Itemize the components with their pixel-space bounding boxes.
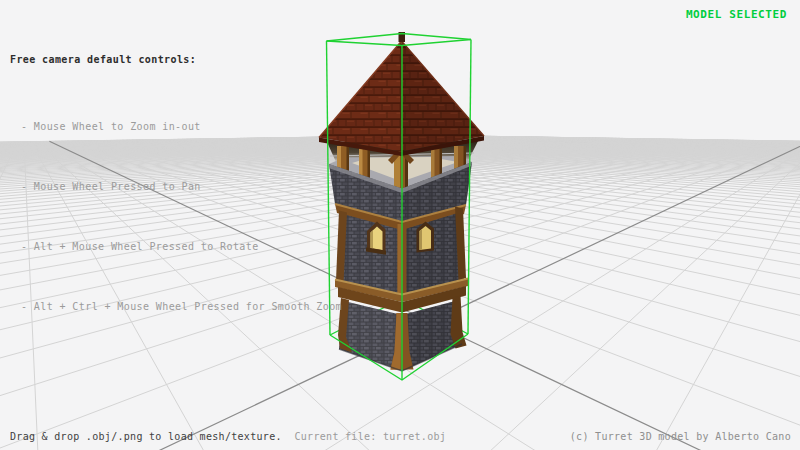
current-file-label: Current file: turret.obj xyxy=(294,431,446,442)
help-item: - Alt + Mouse Wheel Pressed to Rotate xyxy=(10,237,342,257)
status-badge: MODEL SELECTED xyxy=(686,8,787,21)
drop-hint-bar: Drag & drop .obj/.png to load mesh/textu… xyxy=(10,431,446,442)
camera-help-panel: Free camera default controls: - Mouse Wh… xyxy=(10,10,342,357)
model-credit: (c) Turret 3D model by Alberto Cano xyxy=(570,431,791,442)
drop-hint: Drag & drop .obj/.png to load mesh/textu… xyxy=(10,431,282,442)
help-item: - Mouse Wheel Pressed to Pan xyxy=(10,177,342,197)
help-item: - Alt + Ctrl + Mouse Wheel Pressed for S… xyxy=(10,297,342,317)
help-item: - Mouse Wheel to Zoom in-out xyxy=(10,117,342,137)
help-title: Free camera default controls: xyxy=(10,50,342,70)
viewport-3d[interactable]: Free camera default controls: - Mouse Wh… xyxy=(0,0,800,450)
